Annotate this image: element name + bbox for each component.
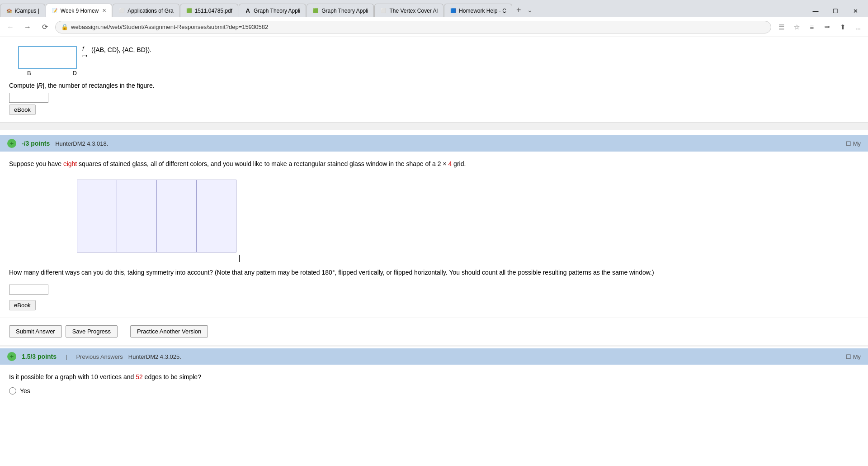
- submit-answer-button[interactable]: Submit Answer: [9, 325, 62, 338]
- label-yes: Yes: [20, 387, 30, 395]
- tab-graphtheory1[interactable]: A Graph Theory Appli: [239, 4, 306, 17]
- question2-answer-input[interactable]: [9, 285, 48, 295]
- checkbox3-icon: ☐: [846, 353, 851, 360]
- q2-times: ×: [441, 160, 448, 167]
- action-bar: Submit Answer Save Progress Practice Ano…: [0, 318, 868, 345]
- top-ebook-button[interactable]: eBook: [9, 105, 36, 115]
- option-yes: Yes: [9, 387, 859, 395]
- question2-text: Suppose you have eight squares of staine…: [9, 159, 859, 169]
- question2-indicator: +: [7, 139, 16, 148]
- tab-list-chevron[interactable]: ⌄: [524, 6, 535, 14]
- grid-table: [77, 180, 236, 252]
- mapping-labels: B D: [18, 69, 77, 76]
- share-button[interactable]: ⬆: [836, 21, 849, 33]
- tab-graphtheory1-label: Graph Theory Appli: [254, 8, 300, 14]
- hamburger-menu-button[interactable]: ≡: [806, 21, 818, 33]
- question2-points: -/3 points: [22, 140, 50, 147]
- mapping-value: ({AB, CD}, {AC, BD}).: [91, 44, 151, 53]
- read-aloud-button[interactable]: ✏: [821, 21, 834, 33]
- tab-bar: 🏫 iCampus | 📝 Week 9 Homew ✕ ⬜ Applicati…: [0, 0, 868, 17]
- my3-label: My: [853, 353, 861, 360]
- grid-row-1: [77, 180, 236, 216]
- new-tab-button[interactable]: +: [513, 5, 525, 15]
- question2-header: + -/3 points HunterDM2 4.3.018. ☐ My: [0, 135, 868, 152]
- question3-prev-answers: Previous Answers: [76, 353, 123, 360]
- q3-52: 52: [136, 373, 143, 380]
- question3-points: 1.5/3 points: [22, 353, 57, 360]
- graphtheory1-icon: A: [245, 8, 251, 14]
- q3-suffix: edges to be simple?: [143, 373, 201, 380]
- stained-glass-grid: [77, 180, 236, 252]
- maximize-button[interactable]: ☐: [826, 5, 844, 17]
- question3-header: + 1.5/3 points | Previous Answers Hunter…: [0, 348, 868, 365]
- bookmark-collections-button[interactable]: ☰: [775, 21, 788, 33]
- tab-applications[interactable]: ⬜ Applications of Gra: [113, 4, 179, 17]
- grid-cell-2-1: [77, 216, 117, 252]
- tab-graphtheory2-label: Graph Theory Appli: [321, 8, 368, 14]
- question3-header-left: + 1.5/3 points | Previous Answers Hunter…: [7, 352, 181, 361]
- question2-body: Suppose you have eight squares of staine…: [0, 152, 868, 318]
- top-answer-input[interactable]: [9, 93, 48, 103]
- label-d: D: [73, 70, 77, 76]
- q2-eight: eight: [63, 160, 77, 167]
- grid-cell-1-2: [117, 180, 157, 216]
- compute-text-suffix: |, the number of rectangles in the figur…: [42, 82, 154, 89]
- grid-row-2: [77, 216, 236, 252]
- reload-button[interactable]: ⟳: [38, 20, 52, 34]
- icampus-icon: 🏫: [6, 8, 12, 14]
- compute-text-prefix: Compute |: [9, 82, 38, 89]
- tab-week9[interactable]: 📝 Week 9 Homew ✕: [46, 4, 112, 17]
- favorites-star-button[interactable]: ☆: [790, 21, 803, 33]
- grid-cell-1-4: [197, 180, 236, 216]
- question3-indicator: +: [7, 352, 16, 361]
- question3-separator: |: [66, 353, 67, 360]
- question2-header-left: + -/3 points HunterDM2 4.3.018.: [7, 139, 108, 148]
- tab-pdf[interactable]: 🟩 1511.04785.pdf: [180, 4, 238, 17]
- save-progress-button[interactable]: Save Progress: [66, 325, 118, 338]
- grid-cell-1-1: [77, 180, 117, 216]
- address-text: webassign.net/web/Student/Assignment-Res…: [71, 24, 268, 30]
- question3-body: Is it possible for a graph with 10 verti…: [0, 365, 868, 404]
- section-spacer: [0, 123, 868, 130]
- mapping-f-label: f: [82, 45, 84, 52]
- nav-tools: ☰ ☆ ≡ ✏ ⬆ ...: [775, 21, 864, 33]
- tab-vertexcover[interactable]: ⬜ The Vertex Cover Al: [374, 4, 443, 17]
- question2-ebook-button[interactable]: eBook: [9, 300, 36, 310]
- question2-answer-section: [9, 285, 859, 295]
- grid-cell-2-3: [157, 216, 197, 252]
- radio-yes[interactable]: [9, 387, 16, 395]
- homework-icon: 🟦: [450, 8, 456, 14]
- address-bar[interactable]: 🔒 webassign.net/web/Student/Assignment-R…: [55, 21, 771, 33]
- close-button[interactable]: ✕: [846, 5, 864, 17]
- tab-applications-label: Applications of Gra: [127, 8, 173, 14]
- minimize-button[interactable]: —: [807, 5, 825, 17]
- question2-my-notes: ☐ My: [846, 140, 861, 147]
- back-button[interactable]: ←: [4, 20, 17, 34]
- mapping-arrow: ↦: [82, 52, 88, 59]
- more-options-button[interactable]: ...: [852, 21, 864, 33]
- tab-week9-close[interactable]: ✕: [102, 8, 106, 14]
- tab-homework-label: Homework Help - C: [459, 8, 506, 14]
- tab-week9-label: Week 9 Homew: [61, 8, 99, 14]
- window-controls: — ☐ ✕: [803, 5, 868, 17]
- question3-text: Is it possible for a graph with 10 verti…: [9, 372, 859, 382]
- my-label: My: [853, 140, 861, 147]
- pdf-icon: 🟩: [186, 8, 192, 14]
- mapping-rectangle: [18, 46, 77, 69]
- lock-icon: 🔒: [61, 24, 68, 30]
- mapping-display: B D f ↦ ({AB, CD}, {AC, BD}).: [9, 44, 859, 76]
- question3-my-notes: ☐ My: [846, 353, 861, 360]
- section-spacer-2: [0, 345, 868, 347]
- page-content: B D f ↦ ({AB, CD}, {AC, BD}). Compute |R…: [0, 37, 868, 466]
- tab-homework[interactable]: 🟦 Homework Help - C: [444, 4, 512, 17]
- tab-icampus[interactable]: 🏫 iCampus |: [0, 4, 45, 17]
- top-question-section: B D f ↦ ({AB, CD}, {AC, BD}). Compute |R…: [0, 37, 868, 123]
- question2-section: + -/3 points HunterDM2 4.3.018. ☐ My Sup…: [0, 135, 868, 345]
- tab-graphtheory2[interactable]: 🟩 Graph Theory Appli: [307, 4, 374, 17]
- graphtheory2-icon: 🟩: [312, 8, 319, 14]
- question3-section: + 1.5/3 points | Previous Answers Hunter…: [0, 348, 868, 404]
- compute-row: Compute |R|, the number of rectangles in…: [9, 82, 859, 89]
- forward-button[interactable]: →: [21, 20, 34, 34]
- tab-icampus-label: iCampus |: [15, 8, 39, 14]
- practice-another-button[interactable]: Practice Another Version: [130, 325, 208, 338]
